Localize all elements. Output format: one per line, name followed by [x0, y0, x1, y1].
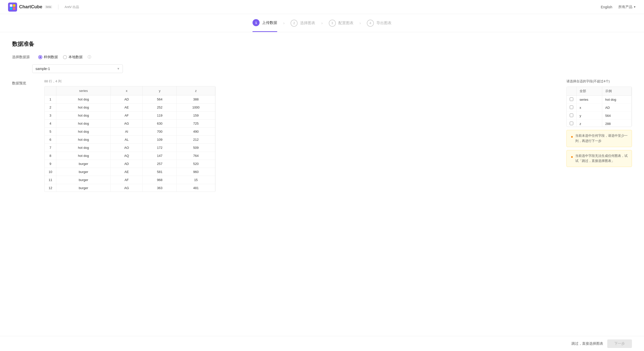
field-panel-title: 请选择合适的字段(不超过4个) — [566, 79, 632, 84]
cell-data: hot dog — [56, 95, 111, 103]
step-arrow-3: › — [360, 21, 361, 30]
beta-badge: beta — [45, 5, 52, 9]
table-row: 3hot dogAF119159 — [45, 112, 215, 120]
main-content: 数据准备 选择数据源 样例数据 本地数据 ⓘ sample-1 ▼ — [0, 32, 644, 200]
radio-sample[interactable]: 样例数据 — [38, 55, 58, 59]
table-row: 6hot dogAL109212 — [45, 136, 215, 144]
warning-text-1: 当前未选中任何字段，请选中至少一列，再进行下一步 — [575, 133, 628, 144]
field-example: hot dog — [602, 96, 632, 104]
steps-area: 1 上传数据 › 2 选择图表 › 3 配置图表 › 4 导出图表 — [0, 14, 644, 32]
svg-rect-4 — [13, 7, 15, 10]
field-row: z288 — [567, 120, 632, 127]
cell-index: 7 — [45, 144, 56, 152]
datasource-label: 选择数据源 — [12, 55, 32, 59]
svg-rect-1 — [10, 4, 12, 7]
table-row: 10burgerAE581960 — [45, 168, 215, 176]
field-checkbox-cell[interactable] — [567, 112, 577, 120]
field-checkbox[interactable] — [570, 106, 573, 109]
step-3-circle: 3 — [329, 20, 336, 27]
field-table-wrapper[interactable]: 全部 示例 serieshot dogxADy564z288 — [566, 87, 632, 127]
warning-box-1: ● 当前未选中任何字段，请选中至少一列，再进行下一步 — [566, 130, 632, 147]
step-arrow-1: › — [283, 21, 284, 30]
cell-index: 10 — [45, 168, 56, 176]
field-checkbox[interactable] — [570, 114, 573, 117]
warning-text-2: 当前选中字段无法生成任何图表，试试「跳过，直接选择图表」 — [575, 153, 628, 164]
cell-data: AL — [111, 136, 143, 144]
cell-index: 4 — [45, 120, 56, 128]
warning-icon-1: ● — [571, 133, 573, 140]
cell-data: hot dog — [56, 152, 111, 160]
cell-data: burger — [56, 168, 111, 176]
cell-data: AO — [111, 144, 143, 152]
field-checkbox-cell[interactable] — [567, 96, 577, 104]
table-row: 12burgerAG363481 — [45, 184, 215, 192]
field-name: x — [577, 104, 602, 112]
col-series: series — [56, 86, 111, 95]
cell-data: AE — [111, 103, 143, 112]
cell-index: 5 — [45, 128, 56, 136]
info-icon[interactable]: ⓘ — [88, 55, 91, 59]
field-col-example: 示例 — [602, 87, 632, 96]
cell-data: 159 — [177, 112, 215, 120]
field-checkbox-cell[interactable] — [567, 104, 577, 112]
field-example: AD — [602, 104, 632, 112]
field-checkbox[interactable] — [570, 97, 573, 101]
cell-data: AF — [111, 112, 143, 120]
field-row: serieshot dog — [567, 96, 632, 104]
svg-rect-3 — [10, 7, 12, 10]
cell-data: AI — [111, 128, 143, 136]
data-table: series x y z 1hot dogAD5643882hot dogAE2… — [45, 86, 215, 192]
radio-local-label: 本地数据 — [68, 55, 83, 59]
cell-data: hot dog — [56, 103, 111, 112]
cell-data: 388 — [177, 95, 215, 103]
cell-index: 6 — [45, 136, 56, 144]
cell-data: 109 — [143, 136, 177, 144]
step-3[interactable]: 3 配置图表 — [329, 20, 353, 32]
radio-sample-circle — [38, 55, 42, 59]
step-1[interactable]: 1 上传数据 — [253, 19, 277, 32]
antv-label: AntV 出品 — [64, 5, 79, 9]
dropdown-container: sample-1 ▼ — [32, 64, 123, 73]
logo-text: ChartCube — [19, 4, 42, 10]
data-table-wrapper[interactable]: series x y z 1hot dogAD5643882hot dogAE2… — [44, 86, 216, 192]
field-checkbox-cell[interactable] — [567, 120, 577, 127]
sample-dropdown[interactable]: sample-1 — [32, 64, 123, 73]
cell-data: 764 — [177, 152, 215, 160]
table-row: 2hot dogAE2521000 — [45, 103, 215, 112]
table-row: 1hot dogAD564388 — [45, 95, 215, 103]
table-row: 8hot dogAQ147764 — [45, 152, 215, 160]
radio-sample-label: 样例数据 — [44, 55, 58, 59]
header-divider — [58, 5, 58, 10]
cell-data: AQ — [111, 152, 143, 160]
table-row: 11burgerAF96815 — [45, 176, 215, 184]
step-2[interactable]: 2 选择图表 — [291, 20, 315, 32]
cell-data: hot dog — [56, 144, 111, 152]
step-1-circle: 1 — [253, 19, 260, 26]
dropdown-wrapper: sample-1 ▼ — [32, 64, 632, 73]
table-header-row: series x y z — [45, 86, 215, 95]
all-products-label: 所有产品 — [618, 5, 632, 9]
cell-data: 147 — [143, 152, 177, 160]
cell-data: 960 — [177, 168, 215, 176]
field-panel: 请选择合适的字段(不超过4个) 全部 示例 serieshot dogxADy5… — [566, 79, 632, 167]
page-title: 数据准备 — [12, 40, 632, 48]
col-x: x — [111, 86, 143, 95]
cell-index: 3 — [45, 112, 56, 120]
radio-local[interactable]: 本地数据 — [63, 55, 83, 59]
cell-data: 481 — [177, 184, 215, 192]
cell-data: AG — [111, 120, 143, 128]
language-button[interactable]: English — [601, 5, 612, 9]
table-row: 5hot dogAI700490 — [45, 128, 215, 136]
cell-data: 15 — [177, 176, 215, 184]
col-index — [45, 86, 56, 95]
table-row: 9burgerAD257520 — [45, 160, 215, 168]
step-arrow-2: › — [321, 21, 323, 30]
cell-data: AF — [111, 176, 143, 184]
all-products-button[interactable]: 所有产品 ▼ — [618, 5, 636, 9]
field-checkbox[interactable] — [570, 122, 573, 125]
step-4[interactable]: 4 导出图表 — [367, 20, 391, 32]
radio-sample-dot — [39, 56, 41, 58]
preview-label: 数据预览 — [12, 81, 32, 86]
cell-data: burger — [56, 184, 111, 192]
cell-index: 2 — [45, 103, 56, 112]
